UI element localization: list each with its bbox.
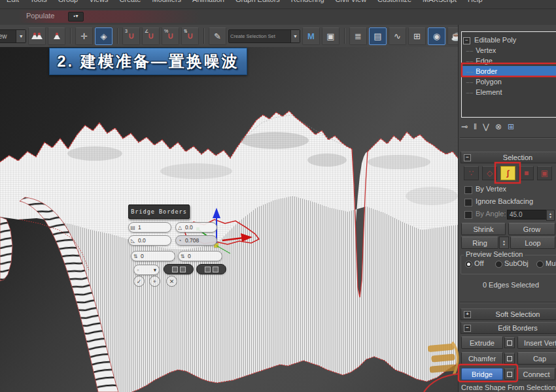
angle-snap-icon[interactable]: ∠∪ xyxy=(142,27,160,45)
angle-value-field[interactable]: 45.0 xyxy=(507,210,548,220)
show-end-result-icon[interactable]: ‖ xyxy=(474,122,477,131)
collapse-icon[interactable]: − xyxy=(464,325,471,332)
modifier-stack[interactable]: − Editable Poly ┈┈ Vertex ┈┈ Edge ┈┈ Bor… xyxy=(461,31,556,118)
subobject-polygon-icon[interactable]: ■ xyxy=(519,166,534,180)
material-editor-icon[interactable]: ◉ xyxy=(428,27,445,45)
subobject-border-icon[interactable]: ∫ xyxy=(500,166,515,180)
perspective-viewport[interactable] xyxy=(0,47,458,392)
stack-item-border[interactable]: ┈┈ Border xyxy=(462,66,556,76)
menu-item[interactable]: Help xyxy=(468,0,483,3)
by-vertex-checkbox[interactable] xyxy=(464,186,472,194)
selection-set-input[interactable] xyxy=(229,33,290,39)
stack-item-vertex[interactable]: ┈┈ Vertex xyxy=(462,45,556,56)
extrude-settings-button[interactable] xyxy=(504,337,515,348)
caddy-twist2-field[interactable]: ⇅ 0 xyxy=(178,251,222,261)
menu-item[interactable]: Customize xyxy=(377,0,411,3)
manage-layers-icon[interactable]: ≣ xyxy=(349,27,367,45)
rollout-edit-borders[interactable]: − Edit Borders xyxy=(460,322,556,334)
collapse-icon[interactable]: − xyxy=(463,37,470,44)
caddy-smooth-field[interactable]: △ 0.0 xyxy=(175,222,217,233)
subobject-edge-icon[interactable]: ◇ xyxy=(482,166,497,180)
ring-loop-spinner[interactable]: ▲▼ xyxy=(499,237,509,249)
use-pivot-center-icon[interactable] xyxy=(28,27,46,45)
named-selection-set-dropdown[interactable]: ▼ xyxy=(228,29,300,43)
toolbar-separator xyxy=(344,28,345,44)
bridge-button[interactable]: Bridge xyxy=(461,368,503,380)
remove-modifier-icon[interactable]: ⊗ xyxy=(495,122,502,131)
subobject-vertex-icon[interactable]: ∵ xyxy=(464,166,479,180)
stack-item-polygon[interactable]: ┈┈ Polygon xyxy=(462,76,556,87)
menu-item[interactable]: Tools xyxy=(30,0,47,3)
select-and-manipulate-icon[interactable] xyxy=(48,27,65,45)
stack-item-editable-poly[interactable]: − Editable Poly xyxy=(462,35,556,45)
cap-button[interactable]: Cap xyxy=(517,352,556,365)
schematic-view-icon[interactable]: ⊞ xyxy=(408,27,426,45)
stack-item-edge[interactable]: ┈┈ Edge xyxy=(462,56,556,66)
ribbon-tab-populate[interactable]: Populate xyxy=(26,12,54,20)
menu-item[interactable]: Views xyxy=(89,0,108,3)
menu-item[interactable]: Group xyxy=(58,0,78,3)
smooth-value: 0.0 xyxy=(184,224,217,231)
reference-coordinate-dropdown[interactable]: View ▼ xyxy=(0,29,26,43)
caddy-bias-field[interactable]: ◔ 0.708 xyxy=(175,235,217,246)
ignore-backfacing-checkbox[interactable] xyxy=(464,199,472,206)
menu-item[interactable]: Edit xyxy=(7,0,19,3)
caddy-pick-edge2-button[interactable] xyxy=(196,264,226,274)
create-shape-button[interactable]: Create Shape From Selection xyxy=(461,384,556,391)
configure-modifier-sets-icon[interactable]: ⊞ xyxy=(508,122,514,131)
align-icon[interactable]: ▣ xyxy=(322,27,339,45)
chamfer-settings-button[interactable] xyxy=(504,353,515,364)
insert-vertex-button[interactable]: Insert Vertex xyxy=(517,336,556,349)
toggle-layer-explorer-icon[interactable]: ▤ xyxy=(369,27,387,45)
edit-named-selection-sets-icon[interactable]: ✎ xyxy=(209,27,226,45)
caddy-twist1-field[interactable]: ⇅ 0 xyxy=(131,251,175,261)
caddy-segments-field[interactable]: ▤ 1 xyxy=(128,222,171,233)
preview-subobj-radio[interactable] xyxy=(495,261,502,268)
menu-item[interactable]: Civil View xyxy=(336,0,366,3)
menu-item[interactable]: Create xyxy=(119,0,141,3)
chevron-down-icon[interactable]: ▼ xyxy=(290,30,300,42)
expand-icon[interactable]: + xyxy=(464,311,471,318)
menu-item[interactable]: Modifiers xyxy=(152,0,181,3)
caddy-mode-dropdown[interactable]: ▫ ▾ xyxy=(133,265,160,275)
make-unique-icon[interactable]: ⋁ xyxy=(483,122,489,131)
extrude-button[interactable]: Extrude xyxy=(461,336,503,349)
menu-item[interactable]: Rendering xyxy=(291,0,324,3)
spinner-snap-icon[interactable]: ⇅∪ xyxy=(181,27,199,45)
subobject-element-icon[interactable]: ▣ xyxy=(537,166,552,180)
ribbon-flyout-button[interactable]: ▪▾ xyxy=(68,12,84,22)
menu-item[interactable]: Graph Editors xyxy=(235,0,280,3)
caddy-pick-edge1-button[interactable] xyxy=(164,264,194,274)
chevron-down-icon[interactable]: ▼ xyxy=(16,30,26,42)
stack-item-element[interactable]: ┈┈ Element xyxy=(462,87,556,97)
curve-editor-icon[interactable]: ∿ xyxy=(389,27,406,45)
connect-button[interactable]: Connect xyxy=(517,368,555,380)
snap-toggle-3d-icon[interactable]: 3∪ xyxy=(122,27,140,45)
caddy-ok-button[interactable]: ✓ xyxy=(133,276,145,287)
ring-button[interactable]: Ring xyxy=(461,237,498,249)
shrink-button[interactable]: Shrink xyxy=(461,223,506,235)
render-setup-icon[interactable]: ☕ xyxy=(447,27,458,45)
mirror-icon[interactable]: M xyxy=(302,27,320,45)
select-and-move-icon[interactable]: ✛ xyxy=(75,27,93,45)
menu-item[interactable]: MAXScript xyxy=(423,0,457,3)
rollout-soft-selection[interactable]: + Soft Selection xyxy=(460,308,556,320)
preview-off-radio[interactable] xyxy=(465,261,472,268)
preview-multi-radio[interactable] xyxy=(536,261,544,268)
angle-spinner[interactable]: ▲▼ xyxy=(546,210,555,221)
chamfer-button[interactable]: Chamfer xyxy=(461,352,503,365)
menu-item[interactable]: Animation xyxy=(192,0,224,3)
loop-button[interactable]: Loop xyxy=(510,237,555,249)
grow-button[interactable]: Grow xyxy=(508,223,555,235)
collapse-icon[interactable]: − xyxy=(464,154,471,161)
caddy-cancel-button[interactable]: ✕ xyxy=(166,276,177,287)
caddy-taper-field[interactable]: ◺ 0.0 xyxy=(128,235,171,246)
rollout-selection[interactable]: − Selection xyxy=(460,152,556,163)
pin-stack-icon[interactable]: ⊸ xyxy=(461,122,468,131)
by-angle-checkbox[interactable] xyxy=(464,211,472,219)
percent-snap-icon[interactable]: %∪ xyxy=(162,27,179,45)
keyboard-override-icon[interactable]: ◈ xyxy=(95,27,113,45)
caddy-apply-button[interactable]: + xyxy=(149,276,160,287)
rollout-title: Edit Borders xyxy=(474,324,556,332)
bridge-settings-button[interactable] xyxy=(504,368,515,380)
